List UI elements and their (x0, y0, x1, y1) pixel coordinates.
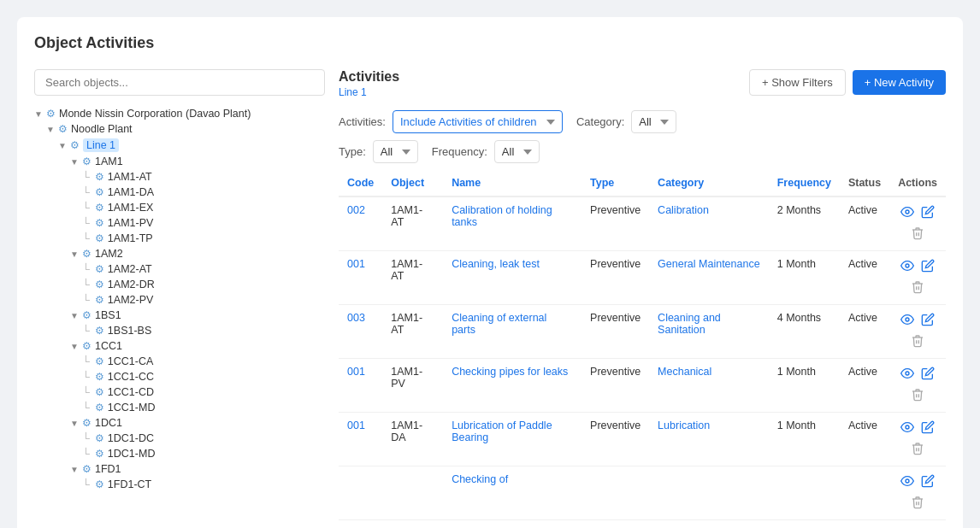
gear: ⚙ (95, 186, 104, 198)
view-button[interactable] (900, 473, 915, 491)
view-button[interactable] (900, 312, 915, 330)
label: 1CC1-CD (108, 386, 154, 398)
label: 1AM1-EX (108, 202, 154, 214)
col-object: Object (382, 170, 443, 197)
tree-noodle-plant[interactable]: ▼ ⚙ Noodle Plant (46, 121, 325, 137)
cell-object: 1AM1-AT (382, 305, 443, 359)
cell-category: Lubrication (649, 413, 769, 466)
edit-button[interactable] (920, 366, 936, 384)
tree-line1[interactable]: ▼ ⚙ Line 1 (58, 137, 325, 154)
noodle-plant-label: Noodle Plant (71, 123, 133, 135)
gear-1fd1: ⚙ (82, 463, 92, 475)
cell-code: 001 (339, 359, 382, 413)
cell-frequency: 1 Month (769, 251, 840, 305)
expand-1am2: ▼ (70, 249, 79, 259)
col-name: Name (443, 170, 582, 197)
tree-1am1-pv[interactable]: └⚙1AM1-PV (82, 215, 325, 231)
gear: ⚙ (95, 171, 104, 183)
cell-type (582, 466, 649, 520)
cell-frequency: 2 Months (769, 197, 840, 251)
label: 1CC1-CC (108, 371, 154, 383)
gear: ⚙ (95, 355, 104, 367)
sidebar: ▼ ⚙ Monde Nissin Corporation (Davao Plan… (34, 69, 325, 520)
tree-1cc1-cc[interactable]: └⚙1CC1-CC (82, 369, 325, 384)
label: 1FD1-CT (108, 478, 151, 490)
tree-1fd1[interactable]: ▼ ⚙ 1FD1 (70, 461, 325, 477)
tree-1dc1-dc[interactable]: └⚙1DC1-DC (82, 431, 325, 446)
tree-root[interactable]: ▼ ⚙ Monde Nissin Corporation (Davao Plan… (34, 106, 325, 121)
connector: └ (82, 432, 90, 444)
tree-1bs1-bs[interactable]: └⚙1BS1-BS (82, 323, 325, 338)
label: 1AM1-AT (108, 171, 152, 183)
cell-code: 001 (339, 413, 382, 466)
tree-1bs1[interactable]: ▼ ⚙ 1BS1 (70, 308, 325, 323)
table-row: 003 1AM1-AT Cleaning of external parts P… (339, 305, 946, 359)
action-row-top (900, 473, 936, 491)
delete-button[interactable] (910, 441, 925, 459)
cell-type: Preventive (582, 251, 649, 305)
delete-button[interactable] (910, 226, 925, 243)
frequency-select[interactable]: All (494, 140, 540, 163)
tree-1am2[interactable]: ▼ ⚙ 1AM2 (70, 246, 325, 261)
new-activity-button[interactable]: + New Activity (853, 70, 946, 95)
edit-button[interactable] (920, 312, 936, 330)
tree-1cc1-cd[interactable]: └⚙1CC1-CD (82, 384, 325, 400)
action-row-top (900, 312, 936, 330)
tree-1am1-da[interactable]: └⚙1AM1-DA (82, 185, 325, 200)
tree-1am1-at[interactable]: └⚙1AM1-AT (82, 169, 325, 185)
gear-icon-noodle: ⚙ (58, 123, 68, 135)
cell-category: Cleaning and Sanitation (649, 305, 769, 359)
tree-1am2-pv[interactable]: └⚙1AM2-PV (82, 292, 325, 308)
label: 1DC1-MD (108, 448, 156, 460)
tree-1dc1-md[interactable]: └⚙1DC1-MD (82, 446, 325, 461)
tree-1fd1-ct[interactable]: └⚙1FD1-CT (82, 477, 325, 492)
tree-1am1-tp[interactable]: └⚙1AM1-TP (82, 231, 325, 246)
show-filters-button[interactable]: + Show Filters (749, 69, 846, 96)
tree-1cc1[interactable]: ▼ ⚙ 1CC1 (70, 338, 325, 354)
view-button[interactable] (900, 258, 915, 276)
gear: ⚙ (95, 325, 104, 337)
category-select[interactable]: All (631, 110, 676, 133)
view-button[interactable] (900, 204, 915, 222)
tree-1am2-dr[interactable]: └⚙1AM2-DR (82, 277, 325, 292)
cell-status: Active (840, 413, 889, 466)
tree-1dc1[interactable]: ▼ ⚙ 1DC1 (70, 415, 325, 431)
view-button[interactable] (900, 366, 915, 384)
edit-button[interactable] (920, 419, 936, 437)
search-input[interactable] (34, 69, 325, 96)
filters-row-1: Activities: Include Activities of childr… (339, 110, 946, 133)
edit-button[interactable] (920, 473, 936, 491)
tree-1am1-ex[interactable]: └⚙1AM1-EX (82, 200, 325, 215)
edit-button[interactable] (920, 258, 936, 276)
cell-name: Lubrication of Paddle Bearing (443, 413, 582, 466)
tree-1cc1-ca[interactable]: └⚙1CC1-CA (82, 354, 325, 369)
children-1dc1: └⚙1DC1-DC └⚙1DC1-MD (82, 431, 325, 461)
action-row-top (900, 419, 936, 437)
gear: ⚙ (95, 217, 104, 229)
delete-button[interactable] (910, 387, 925, 405)
edit-button[interactable] (920, 204, 936, 222)
panel-title-group: Activities Line 1 (339, 69, 399, 98)
tree-children-line1: ▼ ⚙ 1AM1 └⚙1AM1-AT └⚙1AM1-DA └⚙1AM1-EX └… (70, 154, 325, 492)
tree-1am1[interactable]: ▼ ⚙ 1AM1 (70, 154, 325, 169)
col-actions: Actions (889, 170, 946, 197)
delete-button[interactable] (910, 279, 925, 297)
delete-button[interactable] (910, 333, 925, 351)
type-select[interactable]: All (373, 140, 418, 163)
gear: ⚙ (95, 371, 104, 383)
type-label: Type: (339, 145, 366, 158)
delete-button[interactable] (910, 495, 925, 513)
label-1am1: 1AM1 (95, 155, 123, 167)
svg-point-3 (906, 372, 909, 375)
actions-group (898, 258, 937, 297)
action-row-top (900, 366, 936, 384)
connector: └ (82, 386, 90, 398)
tree-1am2-at[interactable]: └⚙1AM2-AT (82, 261, 325, 277)
tree-1cc1-md[interactable]: └⚙1CC1-MD (82, 400, 325, 415)
connector: └ (82, 202, 90, 214)
view-button[interactable] (900, 419, 915, 437)
cell-actions (889, 466, 946, 520)
label: 1AM2-AT (108, 263, 152, 275)
cell-actions (889, 197, 946, 251)
activities-select[interactable]: Include Activities of children (393, 110, 563, 133)
